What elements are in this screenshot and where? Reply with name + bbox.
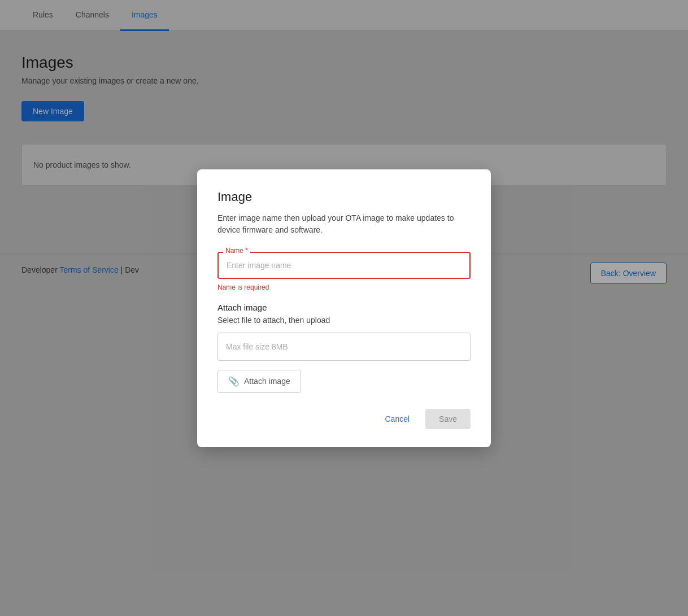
name-error-text: Name is required	[217, 283, 471, 291]
paperclip-icon: 📎	[228, 376, 240, 387]
cancel-button[interactable]: Cancel	[376, 409, 419, 429]
attach-btn-label: Attach image	[244, 377, 290, 386]
attach-image-button[interactable]: 📎 Attach image	[217, 370, 301, 393]
name-input[interactable]	[217, 252, 471, 279]
file-input-box[interactable]: Max file size 8MB	[217, 333, 471, 361]
modal-description: Enter image name then upload your OTA im…	[217, 212, 471, 236]
name-field-group: Name *	[217, 252, 471, 279]
name-field-label: Name *	[223, 247, 250, 255]
attach-title: Attach image	[217, 303, 471, 312]
attach-section: Attach image Select file to attach, then…	[217, 303, 471, 393]
attach-subtitle: Select file to attach, then upload	[217, 316, 471, 325]
modal-overlay[interactable]: Image Enter image name then upload your …	[0, 0, 688, 616]
modal-dialog: Image Enter image name then upload your …	[197, 169, 491, 447]
save-button[interactable]: Save	[425, 409, 471, 429]
modal-title: Image	[217, 190, 471, 204]
modal-actions: Cancel Save	[217, 409, 471, 429]
